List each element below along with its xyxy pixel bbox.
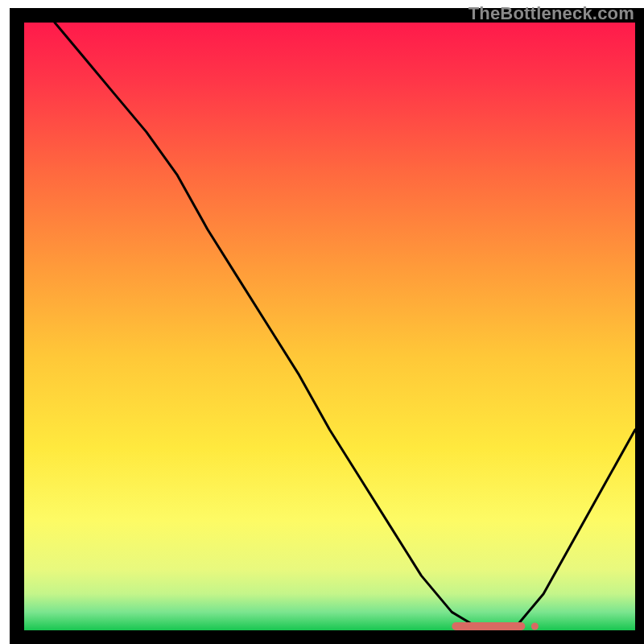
chart-container: TheBottleneck.com <box>0 0 644 644</box>
watermark-text: TheBottleneck.com <box>469 3 634 24</box>
bottleneck-chart <box>0 0 644 644</box>
chart-background <box>24 23 635 630</box>
optimal-range-marker <box>452 622 525 630</box>
optimal-range-marker-dot <box>531 623 539 630</box>
